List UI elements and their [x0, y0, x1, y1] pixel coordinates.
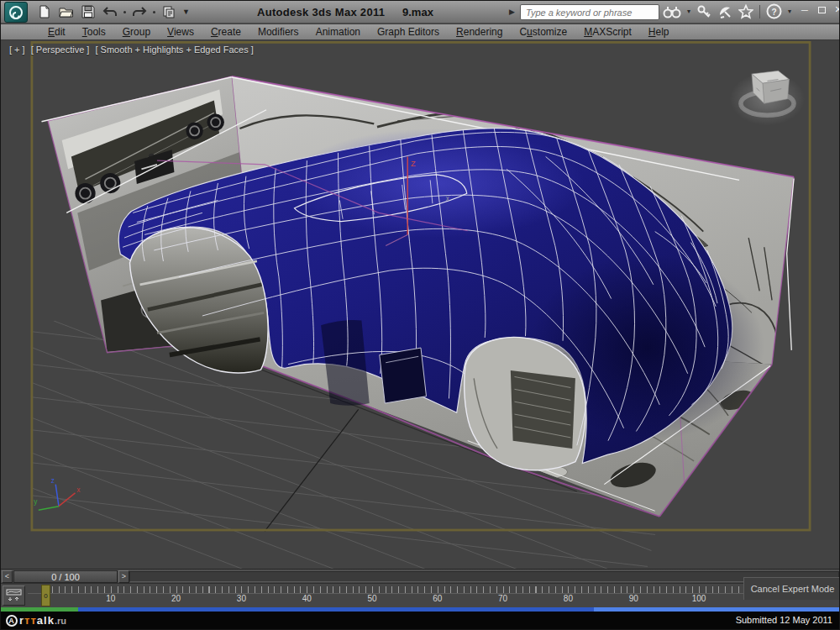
cancel-expert-mode-button[interactable]: Cancel Expert Mode: [743, 577, 840, 600]
current-frame-marker[interactable]: 0: [41, 585, 50, 606]
ruler-tick-label: 50: [367, 594, 376, 603]
arttalk-badge-icon: A: [6, 615, 18, 627]
help-options-caret[interactable]: ▾: [788, 8, 791, 15]
arttalk-logo: A r тт alk .ru: [6, 614, 66, 627]
undo-icon[interactable]: [102, 3, 118, 20]
restore-button[interactable]: [816, 5, 827, 15]
ruler-tick-label: 70: [498, 594, 507, 603]
watermark-bar: A r тт alk .ru: [1, 612, 840, 630]
menu-item-maxscript[interactable]: MAXScript: [575, 26, 640, 38]
infocenter-icons: ▾ ? ▾: [663, 3, 791, 19]
menu-item-rendering[interactable]: Rendering: [448, 26, 511, 38]
save-icon[interactable]: [80, 3, 97, 20]
ruler-tick-label: 20: [171, 594, 181, 603]
ruler-tick-label: 90: [629, 594, 638, 603]
favorites-star-icon[interactable]: [738, 4, 753, 19]
viewport-label: [ + ] [ Perspective ] [ Smooth + Highlig…: [9, 45, 257, 55]
undo-history-dropdown[interactable]: [123, 11, 126, 13]
previous-frame-button[interactable]: <: [2, 570, 13, 583]
axis-z-label: z: [51, 476, 55, 485]
3dsmax-logo-icon: [8, 4, 24, 21]
submitted-date: Submitted 12 May 2011: [736, 615, 832, 625]
key-icon[interactable]: [696, 4, 711, 19]
viewport-general-menu[interactable]: [ + ]: [9, 45, 25, 55]
ruler-tick-label: 80: [564, 594, 573, 603]
arttalk-text-2: тт: [24, 614, 37, 627]
quick-access-toolbar: ▼: [36, 3, 190, 20]
window-controls: ─ ✕: [799, 4, 840, 15]
time-slider-handle[interactable]: 0 / 100: [13, 570, 118, 583]
menu-item-customize[interactable]: Customize: [511, 26, 575, 38]
time-slider: < 0 / 100 >: [1, 569, 840, 583]
arttalk-tld: .ru: [55, 616, 66, 626]
redo-history-dropdown[interactable]: [153, 11, 155, 13]
side-intake: [380, 348, 427, 403]
menu-item-animation[interactable]: Animation: [307, 26, 369, 38]
ruler-tick-label: 10: [106, 594, 115, 603]
ruler-tick-label: 30: [237, 594, 246, 603]
viewport-pov-menu[interactable]: [ Perspective ]: [31, 45, 90, 55]
open-file-icon[interactable]: [58, 3, 75, 20]
viewport-shading-menu[interactable]: [ Smooth + Highlights + Edged Faces ]: [95, 45, 253, 55]
menu-item-views[interactable]: Views: [159, 26, 202, 38]
project-dropdown-caret[interactable]: ▼: [182, 8, 190, 16]
help-icon[interactable]: ?: [766, 3, 782, 19]
communication-center-icon[interactable]: [717, 4, 732, 19]
application-menu-button[interactable]: [4, 2, 28, 23]
infocenter-search-input[interactable]: [520, 4, 659, 20]
time-slider-track[interactable]: [129, 571, 839, 582]
menu-item-modifiers[interactable]: Modifiers: [249, 26, 307, 38]
divider: [759, 5, 760, 18]
menu-item-edit[interactable]: Edit: [39, 26, 74, 38]
project-folder-icon[interactable]: [160, 3, 177, 20]
mini-curve-editor-button[interactable]: [3, 585, 25, 606]
ruler-tick-label: 60: [433, 594, 442, 603]
menu-item-tools[interactable]: Tools: [74, 26, 114, 38]
menu-bar: EditToolsGroupViewsCreateModifiersAnimat…: [1, 24, 840, 40]
track-bar: 0 102030405060708090100: [1, 583, 840, 607]
title-bar: ▼ Autodesk 3ds Max 2011 9.max ▶ ▾ ?: [1, 1, 840, 24]
search-options-caret[interactable]: ▾: [687, 8, 690, 15]
menu-item-graph-editors[interactable]: Graph Editors: [369, 26, 448, 38]
svg-text:?: ?: [771, 8, 776, 17]
perspective-viewport[interactable]: Z x z x y: [1, 41, 840, 569]
search-binoculars-icon[interactable]: [663, 4, 681, 19]
new-document-icon[interactable]: [36, 3, 53, 20]
menu-item-create[interactable]: Create: [202, 26, 249, 38]
open-filename: 9.max: [402, 6, 433, 18]
minimize-button[interactable]: ─: [799, 5, 811, 15]
redo-icon[interactable]: [131, 3, 148, 20]
gizmo-z-label: Z: [411, 160, 416, 168]
ruler-tick-label: 100: [692, 594, 706, 603]
search-collapse-arrow[interactable]: ▶: [509, 8, 515, 16]
next-frame-button[interactable]: >: [118, 570, 129, 583]
3dsmax-window: ▼ Autodesk 3ds Max 2011 9.max ▶ ▾ ?: [0, 0, 840, 630]
window-title: Autodesk 3ds Max 2011: [257, 6, 385, 18]
close-button[interactable]: ✕: [832, 4, 840, 15]
track-bar-ruler[interactable]: [45, 586, 743, 593]
arttalk-text-3: alk: [37, 614, 55, 627]
ruler-tick-label: 40: [302, 594, 312, 603]
menu-item-group[interactable]: Group: [114, 26, 159, 38]
menu-item-help[interactable]: Help: [640, 26, 678, 38]
